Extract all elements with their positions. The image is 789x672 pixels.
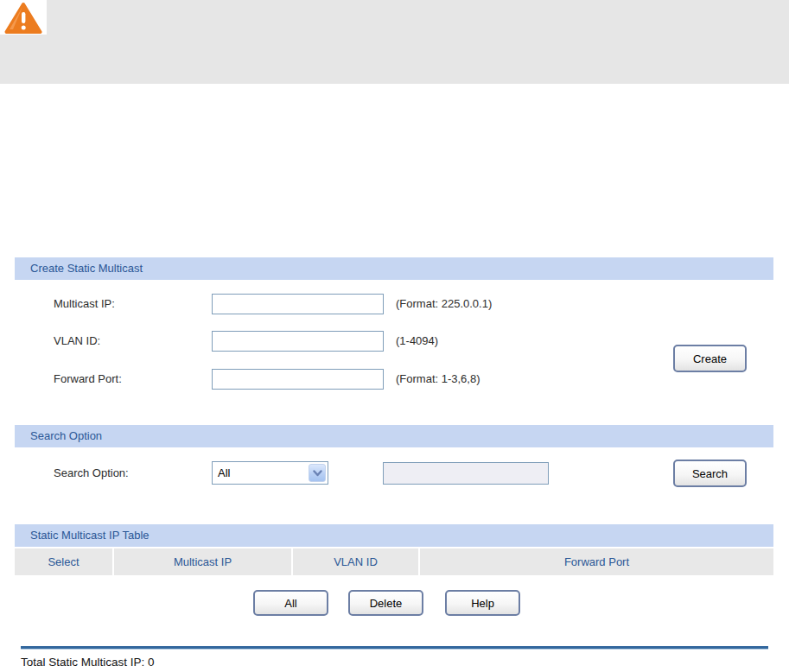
table-column-header-row: Select Multicast IP VLAN ID Forward Port <box>15 548 773 575</box>
column-header-vlan-id: VLAN ID <box>293 548 418 575</box>
create-section-title: Create Static Multicast <box>30 262 143 275</box>
help-button[interactable]: Help <box>445 590 520 616</box>
all-button[interactable]: All <box>253 590 328 616</box>
chevron-down-icon[interactable] <box>309 464 326 482</box>
search-option-selected-value: All <box>218 466 230 479</box>
search-section-header: Search Option <box>15 425 773 447</box>
page: Create Static Multicast Multicast IP: (F… <box>0 0 789 672</box>
create-section-header: Create Static Multicast <box>15 257 773 280</box>
column-header-select: Select <box>15 548 112 575</box>
bottom-divider <box>21 646 768 650</box>
search-section-title: Search Option <box>30 429 102 442</box>
forward-port-input[interactable] <box>212 369 384 390</box>
multicast-ip-input[interactable] <box>212 294 384 314</box>
column-header-forward-port: Forward Port <box>420 548 773 575</box>
delete-button[interactable]: Delete <box>348 590 423 616</box>
total-static-multicast-summary: Total Static Multicast IP: 0 <box>21 654 155 671</box>
vlan-id-label: VLAN ID: <box>54 331 100 352</box>
search-input[interactable] <box>383 462 549 485</box>
forward-port-label: Forward Port: <box>54 369 122 390</box>
search-option-select[interactable]: All <box>212 461 328 485</box>
vlan-id-hint: (1-4094) <box>396 331 438 352</box>
search-option-label: Search Option: <box>54 463 129 484</box>
create-button[interactable]: Create <box>673 345 747 372</box>
forward-port-hint: (Format: 1-3,6,8) <box>396 369 480 390</box>
table-section-title: Static Multicast IP Table <box>30 529 150 542</box>
warning-icon-box <box>0 0 47 35</box>
column-header-multicast-ip: Multicast IP <box>114 548 291 575</box>
multicast-ip-label: Multicast IP: <box>54 294 115 314</box>
warning-icon <box>4 2 42 35</box>
vlan-id-input[interactable] <box>212 331 384 352</box>
search-button[interactable]: Search <box>673 460 747 487</box>
top-banner <box>0 0 789 84</box>
multicast-ip-hint: (Format: 225.0.0.1) <box>396 294 492 314</box>
table-section-header: Static Multicast IP Table <box>15 524 773 547</box>
